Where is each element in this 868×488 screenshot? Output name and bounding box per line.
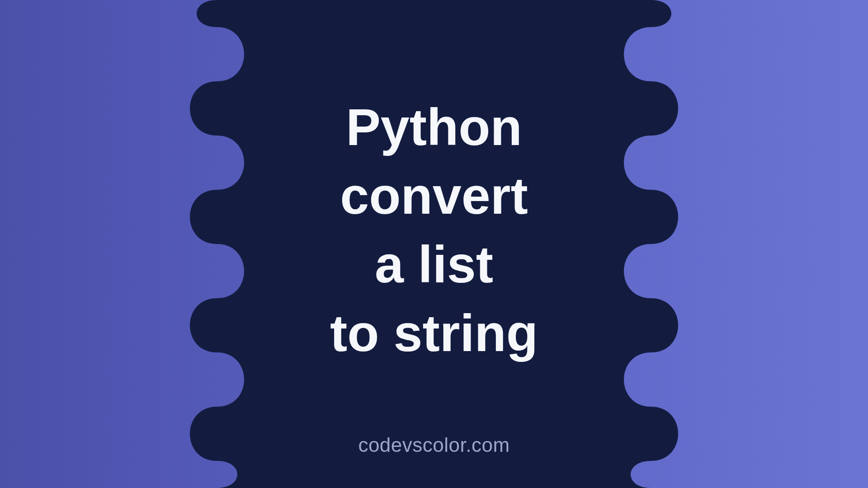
brand-text: codevscolor.com — [358, 434, 509, 456]
title-line-3: a list — [330, 230, 538, 299]
title-line-2: convert — [330, 162, 538, 230]
main-title: Python convert a list to string — [330, 93, 538, 367]
title-line-4: to string — [330, 299, 538, 368]
title-line-1: Python — [330, 93, 538, 162]
